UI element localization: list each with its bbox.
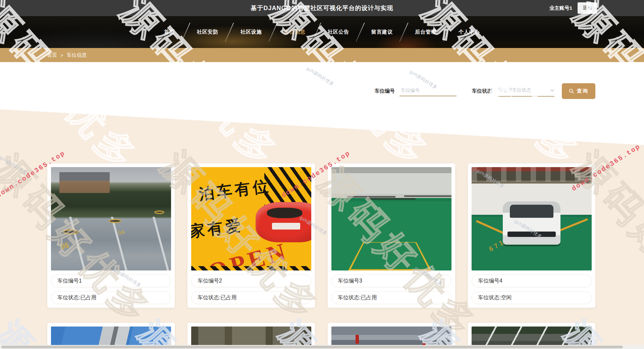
parking-photo-green-garage [331, 167, 451, 270]
parking-code-label: 车位编号 [375, 88, 395, 94]
parking-photo-car-garage: 671 [472, 167, 592, 270]
nav-item-parking[interactable]: 车位信息 [276, 29, 314, 35]
chevron-down-icon [550, 88, 554, 92]
poster-red-car-shape [256, 202, 311, 242]
parking-photo-outdoor-lot: 05 04 [51, 167, 171, 270]
poster-open-stamp: OPEN [205, 237, 292, 270]
nav-item-feedback[interactable]: 留言建议 [363, 29, 401, 35]
search-bar: 车位编号 车位状态 请选择车位状态 查询 [375, 83, 595, 99]
red-pipe-shape [356, 335, 359, 344]
watermark-channel: gzh源码好优多 [0, 154, 29, 176]
breadcrumb-current: 车位信息 [67, 52, 87, 58]
parking-lock-shape [63, 229, 78, 235]
topbar-account-area: 业主账号1 退出 [549, 0, 597, 16]
page-title: 基于DJANGO的智慧社区可视化平台的设计与实现 [0, 0, 644, 16]
parking-card-status: 车位状态:空闲 [472, 291, 592, 304]
query-button-label: 查询 [577, 88, 588, 94]
logout-button[interactable]: 退出 [578, 2, 597, 14]
breadcrumb-separator: > [60, 52, 63, 58]
main-nav: 首页 社区安防 社区设施 车位信息 社区公告 留言建议 后台管理 个人中心 [0, 16, 644, 48]
content-wedge-background [0, 62, 644, 145]
stall-number-text: 05 [60, 241, 70, 251]
parking-card-3[interactable]: 车位编号3 车位状态:已占用 [328, 163, 455, 308]
parking-card-title: 车位编号4 [472, 275, 592, 287]
stall-number-text: 04 [117, 229, 126, 237]
breadcrumb-home[interactable]: 首页 [47, 52, 57, 58]
horizontal-scrollbar-thumb[interactable] [1, 346, 623, 348]
parking-lock-shape [109, 219, 121, 223]
poster-text-line1: 泊车有位 [198, 176, 272, 205]
parking-card-status: 车位状态:已占用 [331, 291, 451, 304]
parking-code-input[interactable] [399, 86, 457, 96]
floor-number-text: 671 [488, 238, 506, 253]
parking-lock-shape [154, 210, 164, 214]
parking-card-1[interactable]: 05 04 车位编号1 车位状态:已占用 [47, 163, 175, 308]
search-icon [569, 89, 574, 94]
white-car-shape [503, 201, 560, 245]
parking-status-label: 车位状态 [472, 88, 492, 94]
nav-item-profile[interactable]: 个人中心 [450, 29, 488, 35]
parking-card-4[interactable]: 671 车位编号4 车位状态:空闲 [468, 163, 595, 308]
poster-text-line2: 家有爱 [191, 215, 245, 242]
nav-item-home[interactable]: 首页 [156, 29, 183, 35]
parking-card-title: 车位编号2 [191, 275, 311, 287]
nav-item-announcements[interactable]: 社区公告 [320, 29, 357, 35]
parking-card-2[interactable]: 泊车有位 家有爱 OPEN 车位编号2 车位状态:已占用 [187, 163, 315, 308]
parking-card-title: 车位编号3 [331, 275, 451, 287]
nav-item-facilities[interactable]: 社区设施 [232, 29, 270, 35]
hero-banner: 首页 社区安防 社区设施 车位信息 社区公告 留言建议 后台管理 个人中心 [0, 16, 644, 48]
parking-card-status: 车位状态:已占用 [51, 291, 171, 304]
account-name[interactable]: 业主账号1 [549, 5, 572, 11]
parking-photo-poster: 泊车有位 家有爱 OPEN [191, 167, 311, 270]
poster-hazard-stripe [191, 266, 311, 270]
parking-status-placeholder: 请选择车位状态 [498, 87, 531, 93]
parking-card-title: 车位编号1 [51, 275, 171, 287]
breadcrumb: 首页 > 车位信息 [0, 48, 644, 62]
topbar: 基于DJANGO的智慧社区可视化平台的设计与实现 [0, 0, 644, 16]
parking-card-status: 车位状态:已占用 [191, 291, 311, 304]
nav-item-admin[interactable]: 后台管理 [407, 29, 444, 35]
horizontal-scrollbar [0, 345, 644, 349]
query-button[interactable]: 查询 [562, 83, 595, 99]
nav-item-security[interactable]: 社区安防 [189, 29, 226, 35]
parking-card-grid: 05 04 车位编号1 车位状态:已占用 泊车有位 家有爱 OPEN 车位编号2… [47, 163, 596, 349]
parking-status-select[interactable]: 请选择车位状态 [497, 85, 554, 97]
